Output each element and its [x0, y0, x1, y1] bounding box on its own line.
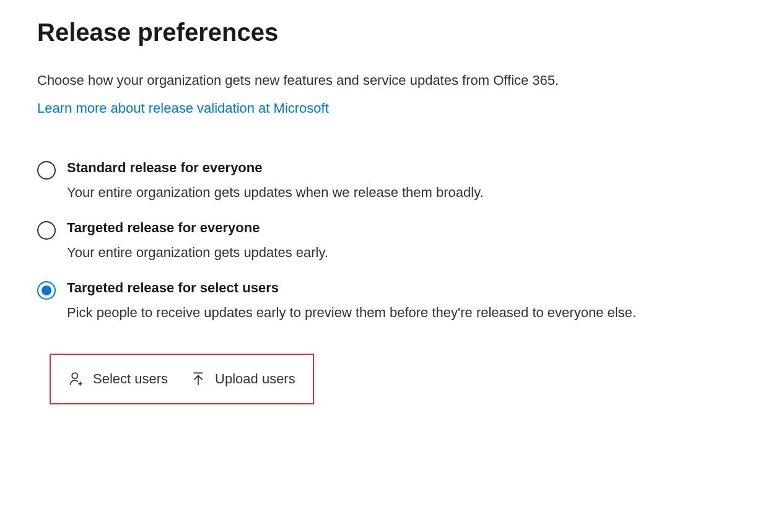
radio-description: Your entire organization gets updates wh… — [67, 182, 741, 203]
radio-content: Standard release for everyone Your entir… — [67, 160, 741, 203]
radio-label: Standard release for everyone — [67, 160, 741, 176]
upload-icon — [190, 371, 206, 387]
upload-users-button[interactable]: Upload users — [190, 371, 295, 387]
radio-content: Targeted release for everyone Your entir… — [67, 220, 741, 263]
select-users-label: Select users — [93, 371, 168, 387]
radio-label: Targeted release for everyone — [67, 220, 741, 236]
release-options-group: Standard release for everyone Your entir… — [37, 160, 741, 323]
page-description: Choose how your organization gets new fe… — [37, 71, 741, 90]
radio-targeted-everyone[interactable] — [37, 221, 56, 240]
learn-more-link[interactable]: Learn more about release validation at M… — [37, 100, 329, 116]
user-actions-box: Select users Upload users — [50, 354, 314, 404]
svg-point-0 — [72, 373, 77, 378]
radio-option-targeted-everyone: Targeted release for everyone Your entir… — [37, 220, 741, 263]
select-users-button[interactable]: Select users — [68, 371, 168, 387]
radio-targeted-select-users[interactable] — [37, 281, 56, 300]
radio-description: Your entire organization gets updates ea… — [67, 242, 741, 263]
person-add-icon — [68, 371, 84, 387]
radio-description: Pick people to receive updates early to … — [67, 302, 741, 323]
page-title: Release preferences — [37, 19, 741, 46]
radio-option-targeted-select: Targeted release for select users Pick p… — [37, 280, 741, 323]
upload-users-label: Upload users — [215, 371, 295, 387]
radio-label: Targeted release for select users — [67, 280, 741, 296]
radio-standard-release[interactable] — [37, 161, 56, 180]
radio-option-standard: Standard release for everyone Your entir… — [37, 160, 741, 203]
radio-content: Targeted release for select users Pick p… — [67, 280, 741, 323]
